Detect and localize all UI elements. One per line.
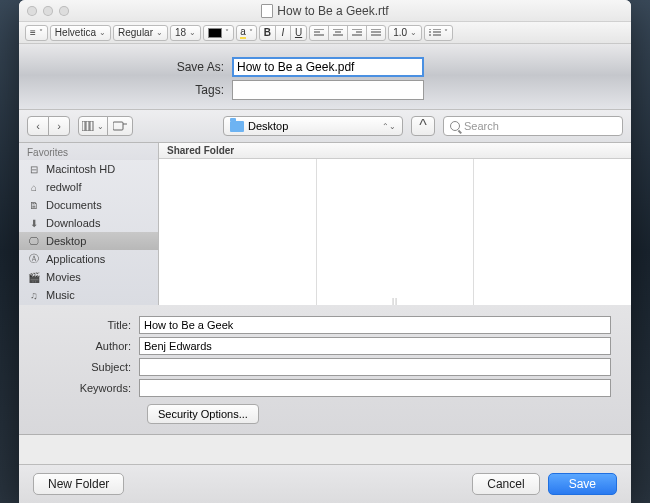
svg-rect-1 xyxy=(86,121,89,131)
column-view[interactable]: Shared Folder || xyxy=(159,143,631,305)
italic-button[interactable]: I xyxy=(275,25,291,41)
tags-input[interactable] xyxy=(232,80,424,100)
column-3[interactable] xyxy=(474,159,631,305)
file-browser: Favorites ⊟Macintosh HD⌂redwolf🗎Document… xyxy=(19,143,631,305)
desktop-icon: 🖵 xyxy=(27,235,41,247)
sidebar-item-macintosh-hd[interactable]: ⊟Macintosh HD xyxy=(19,160,158,178)
location-label: Desktop xyxy=(248,120,378,132)
meta-keywords-label: Keywords: xyxy=(39,382,139,394)
location-nav-row: ‹ › ⌄ Desktop ⌃⌄ ^ Search xyxy=(19,109,631,143)
group-button[interactable] xyxy=(107,116,133,136)
sidebar-item-label: Downloads xyxy=(46,217,100,229)
window-titlebar[interactable]: How to Be a Geek.rtf xyxy=(19,0,631,22)
sidebar-item-movies[interactable]: 🎬Movies xyxy=(19,268,158,286)
column-2[interactable] xyxy=(317,159,475,305)
line-spacing-select[interactable]: 1.0⌄ xyxy=(388,25,422,41)
sidebar-item-label: Music xyxy=(46,289,75,301)
align-right-button[interactable] xyxy=(347,25,367,41)
meta-title-label: Title: xyxy=(39,319,139,331)
new-folder-button[interactable]: New Folder xyxy=(33,473,124,495)
sidebar-item-downloads[interactable]: ⬇Downloads xyxy=(19,214,158,232)
align-justify-button[interactable] xyxy=(366,25,386,41)
save-as-label: Save As: xyxy=(19,60,232,74)
sidebar-item-label: Applications xyxy=(46,253,105,265)
format-toolbar: ≡˅ Helvetica⌄ Regular⌄ 18⌄ ˅ a˅ B I U 1.… xyxy=(19,22,631,44)
window-title: How to Be a Geek.rtf xyxy=(19,4,631,18)
dialog-footer: New Folder Cancel Save xyxy=(19,464,631,503)
window-title-text: How to Be a Geek.rtf xyxy=(277,4,388,18)
sidebar-item-redwolf[interactable]: ⌂redwolf xyxy=(19,178,158,196)
text-color-button[interactable]: ˅ xyxy=(203,25,234,41)
forward-button[interactable]: › xyxy=(48,116,70,136)
sidebar-item-label: Documents xyxy=(46,199,102,211)
nav-back-forward: ‹ › xyxy=(27,116,70,136)
view-mode-group: ⌄ xyxy=(78,116,133,136)
search-placeholder: Search xyxy=(464,120,499,132)
location-popup[interactable]: Desktop ⌃⌄ xyxy=(223,116,403,136)
bold-button[interactable]: B xyxy=(259,25,276,41)
sidebar-item-label: Desktop xyxy=(46,235,86,247)
align-left-button[interactable] xyxy=(309,25,329,41)
svg-rect-2 xyxy=(90,121,93,131)
drive-icon: ⊟ xyxy=(27,163,41,175)
align-center-button[interactable] xyxy=(328,25,348,41)
font-size-select[interactable]: 18⌄ xyxy=(170,25,201,41)
meta-author-label: Author: xyxy=(39,340,139,352)
underline-button[interactable]: U xyxy=(290,25,307,41)
security-options-button[interactable]: Security Options... xyxy=(147,404,259,424)
cancel-button[interactable]: Cancel xyxy=(472,473,539,495)
document-icon xyxy=(261,4,273,18)
search-icon xyxy=(450,121,460,131)
svg-rect-0 xyxy=(82,121,85,131)
documents-icon: 🗎 xyxy=(27,199,41,211)
save-dialog-sheet: Save As: Tags: ‹ › ⌄ Desktop ⌃⌄ ^ xyxy=(19,44,631,435)
sidebar-item-desktop[interactable]: 🖵Desktop xyxy=(19,232,158,250)
sidebar-item-label: Macintosh HD xyxy=(46,163,115,175)
collapse-button[interactable]: ^ xyxy=(411,116,435,136)
sidebar-favorites-header: Favorites xyxy=(19,143,158,160)
resize-handle[interactable]: || xyxy=(159,295,631,305)
meta-title-input[interactable] xyxy=(139,316,611,334)
svg-rect-3 xyxy=(113,122,123,130)
column-header: Shared Folder xyxy=(159,143,631,159)
meta-subject-input[interactable] xyxy=(139,358,611,376)
lists-button[interactable]: ˅ xyxy=(424,25,453,41)
font-style-group: B I U xyxy=(259,25,307,41)
styles-menu[interactable]: ≡˅ xyxy=(25,25,48,41)
save-as-input[interactable] xyxy=(232,57,424,77)
sidebar: Favorites ⊟Macintosh HD⌂redwolf🗎Document… xyxy=(19,143,159,305)
sidebar-item-label: Movies xyxy=(46,271,81,283)
meta-author-input[interactable] xyxy=(139,337,611,355)
tags-label: Tags: xyxy=(19,83,232,97)
alignment-group xyxy=(309,25,386,41)
column-1[interactable] xyxy=(159,159,317,305)
font-style-select[interactable]: Regular⌄ xyxy=(113,25,168,41)
textedit-window: How to Be a Geek.rtf ≡˅ Helvetica⌄ Regul… xyxy=(19,0,631,503)
search-field[interactable]: Search xyxy=(443,116,623,136)
folder-icon xyxy=(230,121,244,132)
sidebar-item-label: redwolf xyxy=(46,181,81,193)
downloads-icon: ⬇ xyxy=(27,217,41,229)
movies-icon: 🎬 xyxy=(27,271,41,283)
view-mode-button[interactable]: ⌄ xyxy=(78,116,108,136)
highlight-color-button[interactable]: a˅ xyxy=(236,25,257,41)
sidebar-item-applications[interactable]: ⒶApplications xyxy=(19,250,158,268)
home-icon: ⌂ xyxy=(27,181,41,193)
sidebar-item-music[interactable]: ♫Music xyxy=(19,286,158,304)
save-button[interactable]: Save xyxy=(548,473,617,495)
chevron-updown-icon: ⌃⌄ xyxy=(382,122,396,131)
sidebar-item-pictures[interactable]: 📷Pictures xyxy=(19,304,158,305)
meta-keywords-input[interactable] xyxy=(139,379,611,397)
sidebar-item-documents[interactable]: 🗎Documents xyxy=(19,196,158,214)
pdf-metadata-panel: Title: Author: Subject: Keywords: Securi… xyxy=(19,305,631,434)
applications-icon: Ⓐ xyxy=(27,253,41,265)
font-family-select[interactable]: Helvetica⌄ xyxy=(50,25,111,41)
music-icon: ♫ xyxy=(27,289,41,301)
meta-subject-label: Subject: xyxy=(39,361,139,373)
back-button[interactable]: ‹ xyxy=(27,116,49,136)
